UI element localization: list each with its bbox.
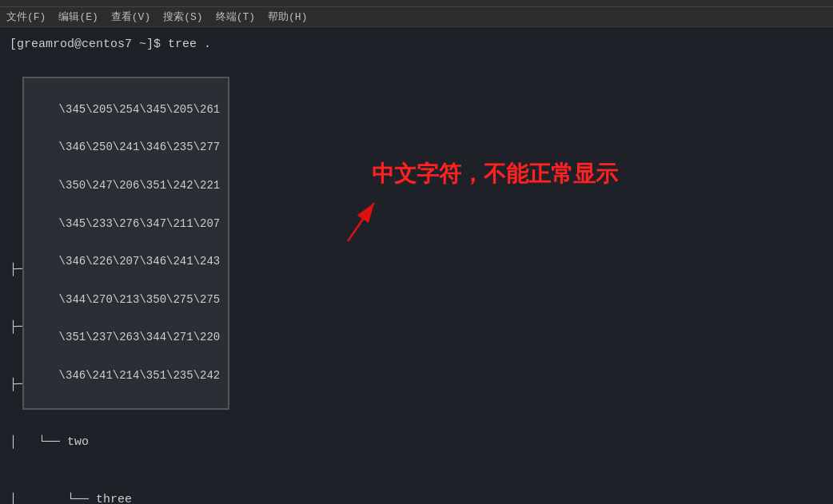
menu-edit[interactable]: 编辑(E) bbox=[58, 10, 98, 24]
garbled-line-8: \346\241\214\351\235\242 bbox=[59, 369, 221, 382]
menu-terminal[interactable]: 终端(T) bbox=[216, 10, 255, 24]
menu-help[interactable]: 帮助(H) bbox=[268, 10, 307, 24]
garbled-line-6: \344\270\213\350\275\275 bbox=[59, 293, 221, 306]
menubar: 文件(F) 编辑(E) 查看(V) 搜索(S) 终端(T) 帮助(H) bbox=[0, 7, 833, 27]
menu-search[interactable]: 搜索(S) bbox=[163, 10, 202, 24]
garbled-line-4: \345\233\276\347\211\207 bbox=[59, 217, 221, 230]
menu-file[interactable]: 文件(F) bbox=[6, 10, 46, 24]
tree-line-4: │ └── two bbox=[10, 433, 823, 452]
garbled-line-7: \351\237\263\344\271\220 bbox=[59, 331, 221, 343]
terminal-body: [greamrod@centos7 ~]$ tree . \345\205\25… bbox=[0, 27, 833, 504]
prompt-line-1: [greamrod@centos7 ~]$ tree . bbox=[10, 35, 823, 54]
garbled-line-3: \350\247\206\351\242\221 bbox=[59, 179, 221, 192]
garbled-line-1: \345\205\254\345\205\261 bbox=[59, 103, 221, 116]
menu-view[interactable]: 查看(V) bbox=[111, 10, 150, 24]
titlebar bbox=[0, 0, 833, 7]
garbled-line-5: \346\226\207\346\241\243 bbox=[59, 255, 221, 268]
garbled-line-2: \346\250\241\346\235\277 bbox=[59, 141, 221, 153]
garbled-box: \345\205\254\345\205\261 \346\250\241\34… bbox=[22, 77, 229, 410]
tree-line-5: │ └── three bbox=[10, 490, 823, 504]
chinese-annotation: 中文字符，不能正常显示 bbox=[372, 159, 618, 189]
